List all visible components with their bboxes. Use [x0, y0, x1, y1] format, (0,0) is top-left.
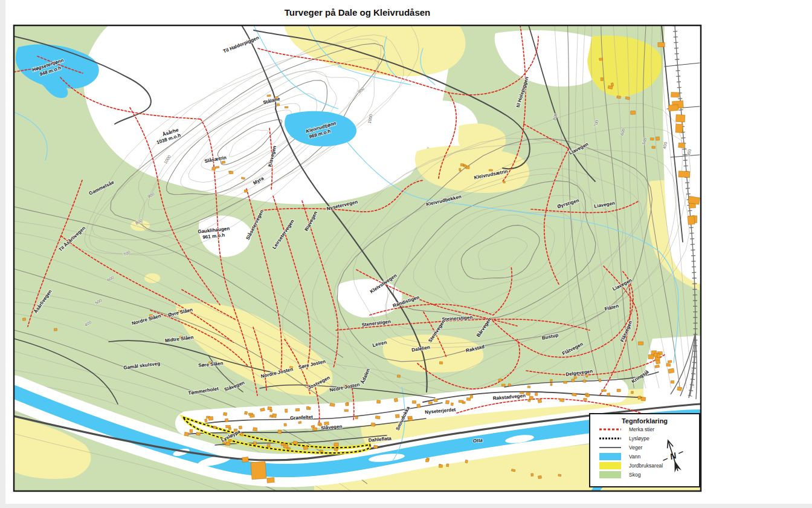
building	[344, 409, 349, 412]
building	[489, 169, 492, 171]
building	[666, 363, 671, 366]
legend-title: Tegnforklaring	[590, 417, 699, 425]
building	[531, 474, 533, 477]
building	[267, 444, 270, 447]
north-arrow: N	[656, 432, 690, 479]
building	[267, 478, 275, 483]
building	[208, 417, 213, 421]
building	[306, 406, 309, 409]
building	[559, 399, 564, 402]
building	[242, 457, 249, 462]
building	[631, 111, 636, 114]
building	[668, 360, 672, 363]
building	[602, 389, 607, 391]
building	[498, 379, 502, 382]
building	[451, 403, 453, 406]
building	[272, 414, 276, 418]
building	[446, 464, 449, 467]
building	[641, 397, 646, 401]
building	[54, 328, 57, 331]
building	[529, 396, 533, 400]
building	[599, 379, 601, 382]
building	[538, 399, 542, 403]
building	[285, 106, 288, 108]
building	[298, 422, 301, 424]
building	[527, 386, 530, 388]
building	[668, 105, 678, 111]
building	[184, 432, 189, 436]
building	[22, 318, 25, 321]
building	[425, 459, 428, 462]
legend-symbol-line-solid-gray	[599, 444, 622, 451]
legend-item-label: Veger	[629, 444, 642, 451]
building	[334, 443, 338, 446]
building	[196, 432, 200, 435]
legend-symbol-line-dashed-red	[599, 426, 622, 433]
building	[675, 124, 683, 133]
building	[460, 164, 463, 166]
building	[371, 423, 375, 426]
building	[550, 383, 552, 386]
building	[303, 446, 308, 450]
building	[572, 379, 575, 382]
building	[295, 408, 300, 411]
building	[439, 362, 442, 364]
building	[251, 461, 266, 480]
building	[656, 137, 659, 140]
building	[245, 411, 248, 414]
building	[503, 181, 506, 183]
building	[277, 103, 280, 106]
building	[528, 400, 530, 402]
building	[445, 400, 449, 404]
building	[229, 171, 233, 174]
building	[678, 171, 690, 178]
map-label: Otta	[472, 437, 483, 443]
building	[611, 83, 613, 86]
building	[583, 380, 586, 383]
building	[434, 399, 437, 402]
building	[671, 380, 674, 383]
building	[394, 398, 398, 402]
building	[535, 392, 538, 396]
building	[225, 418, 228, 422]
building	[650, 138, 654, 140]
building	[508, 383, 511, 386]
building	[267, 94, 271, 96]
building	[250, 414, 254, 417]
building	[408, 416, 412, 418]
building	[550, 379, 552, 382]
building	[459, 168, 461, 171]
building	[688, 216, 695, 225]
building	[428, 402, 433, 404]
building	[270, 409, 272, 412]
building	[584, 398, 587, 400]
building	[254, 442, 257, 445]
building	[617, 96, 621, 99]
building	[226, 425, 230, 428]
building	[459, 400, 463, 403]
building	[470, 395, 472, 398]
building	[375, 415, 380, 418]
building	[408, 418, 412, 421]
building	[526, 392, 530, 396]
legend-symbol-line-dashed-black	[599, 435, 622, 442]
building	[285, 409, 288, 412]
building	[377, 400, 381, 403]
legend-item-label: Vann	[629, 454, 640, 460]
legend-item-label: Merka stier	[629, 426, 654, 432]
building	[501, 384, 505, 386]
building	[652, 146, 656, 149]
building	[658, 42, 665, 47]
building	[355, 416, 358, 419]
legend-symbol-swatch-vann	[599, 453, 622, 460]
building	[278, 430, 282, 434]
building	[601, 77, 603, 80]
building	[607, 393, 610, 396]
building	[637, 396, 641, 400]
building	[648, 354, 654, 359]
building	[558, 474, 561, 477]
legend-item-label: Lysløype	[629, 435, 649, 441]
building	[538, 476, 542, 479]
building	[373, 445, 378, 449]
building	[395, 414, 399, 418]
